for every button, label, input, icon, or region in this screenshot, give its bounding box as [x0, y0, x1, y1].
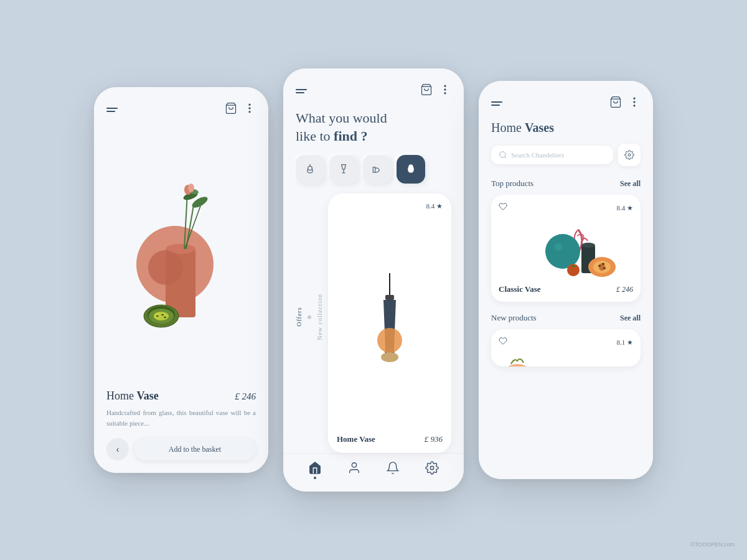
svg-point-39	[352, 463, 356, 467]
svg-point-51	[581, 243, 595, 248]
filter-button[interactable]	[618, 144, 641, 166]
svg-point-59	[499, 364, 536, 366]
card-rating: 8.4 ★	[337, 202, 443, 210]
back-button[interactable]: ‹	[106, 438, 129, 460]
categories-row	[283, 155, 464, 194]
search-placeholder: Search Chandeliers	[511, 151, 564, 159]
svg-point-45	[500, 152, 505, 157]
product1-price: £ 246	[616, 285, 633, 294]
favorite-icon-2[interactable]	[499, 337, 507, 348]
watermark: ©TOOOPEN.com	[690, 541, 735, 548]
svg-point-30	[308, 166, 312, 170]
svg-rect-36	[385, 295, 394, 300]
svg-point-37	[381, 352, 398, 362]
svg-line-46	[505, 157, 507, 159]
product-price: £ 246	[235, 391, 256, 402]
category-pendant-button[interactable]	[296, 155, 324, 184]
nav-home-indicator	[314, 477, 316, 479]
search-bar: Search Chandeliers	[491, 144, 641, 166]
svg-point-23	[161, 314, 164, 315]
favorite-icon[interactable]	[499, 202, 507, 213]
add-to-basket-button[interactable]: Add to the basket	[134, 438, 256, 460]
svg-point-48	[545, 234, 580, 269]
product-description: Handcrafted from glass, this beautiful v…	[106, 408, 256, 429]
center-more-options-icon[interactable]	[439, 83, 451, 98]
svg-point-49	[555, 243, 562, 251]
left-header	[94, 87, 268, 124]
product1-rating: 8.4 ★	[617, 204, 634, 212]
svg-rect-33	[373, 167, 375, 172]
svg-point-26	[444, 85, 446, 87]
offers-section: Offers New collection 8.4 ★	[283, 194, 464, 453]
svg-point-1	[249, 104, 251, 106]
filter-icon	[624, 150, 634, 160]
right-page-title: Home Vases	[479, 118, 653, 144]
center-page-title: What you would like to find ?	[283, 105, 464, 155]
svg-point-24	[164, 317, 166, 318]
nav-settings[interactable]	[425, 461, 439, 479]
svg-point-7	[148, 250, 183, 285]
svg-point-3	[249, 111, 251, 113]
phone-right: Home Vases Search Chandeliers Top produc…	[479, 81, 653, 479]
product-info-section: Home Vase £ 246 Handcrafted from glass, …	[94, 380, 268, 473]
product-title: Home Vase	[106, 390, 159, 403]
classic-vase-illustration	[510, 217, 622, 279]
search-icon	[499, 151, 507, 159]
center-menu-icon[interactable]	[296, 89, 307, 93]
svg-point-44	[634, 105, 636, 107]
top-products-header: Top products See all	[479, 176, 653, 195]
nav-home[interactable]	[308, 461, 322, 479]
svg-point-56	[598, 265, 601, 267]
pendant-lamp-illustration	[362, 273, 418, 370]
see-all-top-link[interactable]: See all	[620, 179, 641, 189]
svg-point-15	[188, 184, 194, 192]
more-options-icon[interactable]	[243, 102, 256, 117]
product-image-area: 🥝	[94, 124, 268, 380]
see-all-new-link[interactable]: See all	[620, 314, 641, 323]
action-bar: ‹ Add to the basket	[106, 438, 256, 460]
center-cart-icon[interactable]	[420, 83, 433, 98]
category-vase-button[interactable]	[397, 155, 425, 184]
offers-indicator	[308, 315, 311, 319]
product-card-classic-vase[interactable]: 8.4 ★	[491, 195, 641, 302]
menu-icon[interactable]	[106, 108, 118, 112]
category-lamp-button[interactable]	[329, 155, 358, 184]
product2-rating: 8.1 ★	[617, 338, 634, 347]
nav-profile[interactable]	[347, 461, 361, 479]
search-input-wrapper[interactable]: Search Chandeliers	[491, 146, 613, 164]
product1-name: Classic Vase	[499, 284, 541, 294]
right-more-options-icon[interactable]	[628, 96, 641, 111]
svg-point-43	[634, 101, 636, 103]
top-products-label: Top products	[491, 179, 533, 189]
svg-point-27	[444, 89, 446, 91]
center-product-card[interactable]: 8.4 ★	[328, 194, 451, 453]
svg-point-2	[249, 108, 251, 110]
right-menu-icon[interactable]	[491, 101, 502, 106]
svg-point-28	[444, 93, 446, 95]
right-cart-icon[interactable]	[609, 96, 622, 111]
svg-point-58	[603, 268, 606, 269]
product1-image	[499, 217, 633, 279]
product2-partial-image	[499, 352, 536, 366]
product-card-2-partial[interactable]: 8.1 ★	[491, 329, 641, 366]
svg-point-38	[377, 328, 402, 353]
vase-illustration: 🥝	[113, 168, 250, 336]
center-header	[283, 68, 464, 105]
new-products-label: New products	[491, 313, 537, 323]
center-nav-bar	[283, 453, 464, 492]
card-image-area	[337, 213, 443, 429]
offers-sidebar: Offers New collection	[296, 194, 323, 453]
svg-point-47	[628, 154, 631, 156]
svg-point-22	[156, 315, 159, 317]
svg-point-21	[154, 312, 169, 320]
nav-notifications[interactable]	[386, 461, 400, 479]
center-product-price: £ 936	[425, 434, 443, 444]
cart-icon[interactable]	[225, 102, 237, 117]
phone-center: What you would like to find ?	[283, 68, 464, 492]
center-product-name: Home Vase	[337, 434, 375, 444]
phone-left: 🥝 Home Vase £ 246	[94, 87, 268, 473]
category-wall-lamp-button[interactable]	[363, 155, 392, 184]
svg-point-57	[602, 263, 604, 265]
right-header	[479, 81, 653, 118]
svg-point-40	[430, 466, 434, 470]
